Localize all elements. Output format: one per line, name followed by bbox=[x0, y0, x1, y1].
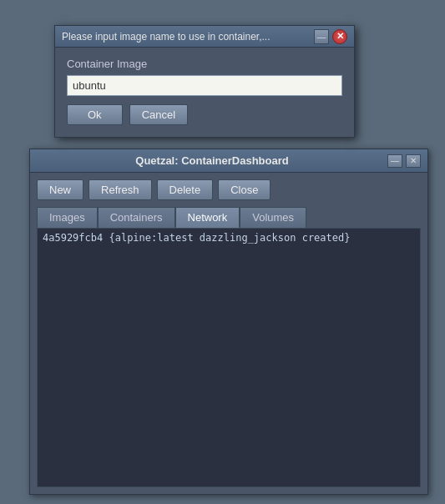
main-window-title: Quetzal: ContainerDashboard bbox=[37, 154, 387, 167]
dialog-close-button[interactable]: ✕ bbox=[332, 29, 347, 44]
container-image-input[interactable] bbox=[67, 75, 342, 96]
container-image-label: Container Image bbox=[67, 58, 342, 70]
main-minimize-button[interactable]: — bbox=[387, 154, 402, 168]
main-close-button[interactable]: ✕ bbox=[406, 154, 421, 168]
tab-volumes[interactable]: Volumes bbox=[240, 207, 306, 228]
content-entry: 4a5929fcb4 {alpine:latest dazzling_jacks… bbox=[38, 229, 420, 247]
close-button[interactable]: Close bbox=[218, 179, 271, 200]
main-window: Quetzal: ContainerDashboard — ✕ New Refr… bbox=[29, 149, 428, 495]
delete-button[interactable]: Delete bbox=[157, 179, 214, 200]
main-titlebar: Quetzal: ContainerDashboard — ✕ bbox=[30, 149, 427, 173]
cancel-button[interactable]: Cancel bbox=[129, 104, 188, 125]
toolbar: New Refresh Delete Close bbox=[37, 179, 421, 200]
dialog-minimize-button[interactable]: — bbox=[314, 29, 329, 44]
tab-images[interactable]: Images bbox=[37, 207, 98, 228]
tab-bar: Images Containers Network Volumes bbox=[37, 207, 421, 228]
content-panel[interactable]: 4a5929fcb4 {alpine:latest dazzling_jacks… bbox=[37, 228, 421, 487]
dialog-window: Please input image name to use in contai… bbox=[54, 25, 355, 138]
tab-network[interactable]: Network bbox=[175, 207, 240, 228]
tab-containers[interactable]: Containers bbox=[98, 207, 175, 228]
new-button[interactable]: New bbox=[37, 179, 83, 200]
refresh-button[interactable]: Refresh bbox=[88, 179, 152, 200]
dialog-body: Container Image Ok Cancel bbox=[55, 48, 354, 137]
dialog-buttons: Ok Cancel bbox=[67, 104, 342, 125]
main-content-area: New Refresh Delete Close Images Containe… bbox=[30, 173, 427, 494]
dialog-title: Please input image name to use in contai… bbox=[62, 31, 314, 43]
ok-button[interactable]: Ok bbox=[67, 104, 123, 125]
main-titlebar-controls: — ✕ bbox=[387, 154, 421, 168]
dialog-titlebar: Please input image name to use in contai… bbox=[55, 26, 354, 48]
